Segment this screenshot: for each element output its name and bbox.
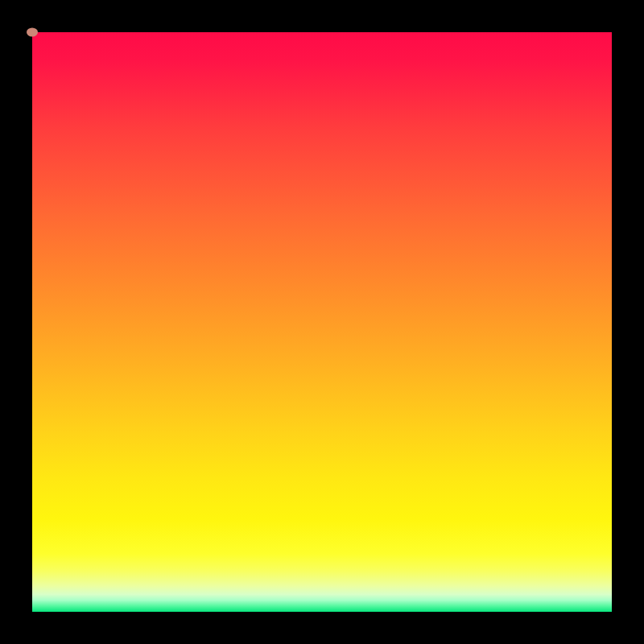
minimum-marker — [27, 28, 38, 37]
chart-frame — [0, 0, 644, 644]
curve-svg — [32, 32, 612, 612]
plot-area — [32, 32, 612, 612]
